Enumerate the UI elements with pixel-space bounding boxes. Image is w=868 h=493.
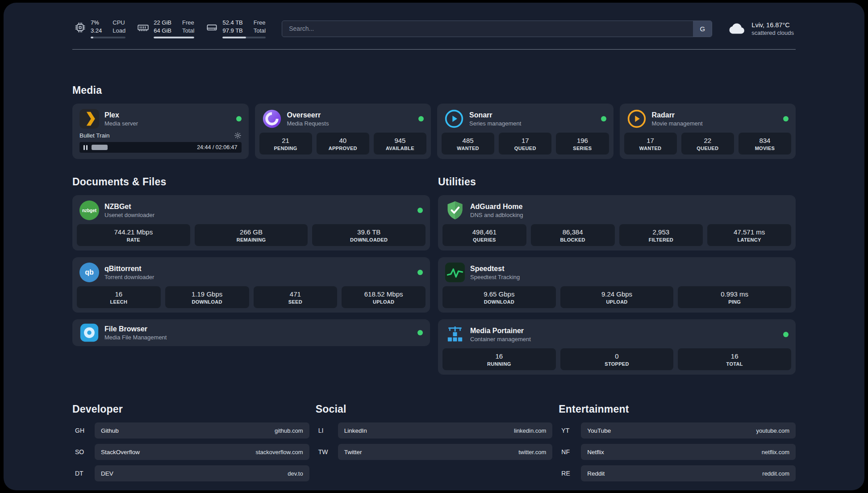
stat-wanted: 17 WANTED — [624, 133, 677, 155]
disk-label-bottom: Total — [254, 27, 266, 34]
bookmark-twitter[interactable]: TW Twitter twitter.com — [316, 444, 553, 460]
stat-value: 9.24 Gbps — [562, 290, 672, 298]
stat-value: 744.21 Mbps — [79, 228, 188, 236]
stat-label: LEECH — [79, 299, 159, 305]
bookmark-name: Twitter — [344, 449, 362, 455]
plex-icon — [79, 109, 99, 129]
bookmark-group-title: Entertainment — [559, 403, 796, 415]
stat-value: 47.571 ms — [709, 228, 789, 236]
weather-location: Lviv, 16.87°C — [751, 21, 794, 29]
disk-widget: 52.4 TB Free 97.9 TB Total — [206, 19, 266, 38]
bookmark-abbr: RE — [559, 470, 578, 477]
app-name: qBittorrent — [104, 265, 154, 273]
stat-value: 40 — [318, 137, 367, 144]
bookmark-url: stackoverflow.com — [255, 449, 303, 455]
stat-label: UPLOAD — [562, 299, 672, 305]
plex-card[interactable]: Plex Media server Bullet Train — [72, 104, 249, 159]
speedtest-card[interactable]: Speedtest Speedtest Tracking 9.65 Gbps D… — [438, 257, 796, 313]
bookmark-url: linkedin.com — [514, 427, 546, 434]
memory-icon — [137, 19, 149, 33]
bookmark-abbr: GH — [72, 427, 92, 434]
stat-value: 16 — [79, 290, 159, 298]
weather-widget: Lviv, 16.87°C scattered clouds — [728, 19, 794, 38]
cpu-load-value: 3.24 — [91, 27, 102, 34]
memory-widget: 22 GiB Free 64 GiB Total — [137, 19, 194, 38]
disk-free-value: 52.4 TB — [222, 19, 242, 26]
media-section: Media Plex Media server — [72, 84, 796, 159]
stat-label: STOPPED — [562, 361, 672, 367]
stat-label: DOWNLOAD — [444, 299, 554, 305]
bookmark-group-title: Developer — [72, 403, 309, 415]
memory-label-top: Free — [182, 19, 194, 26]
cpu-progress-bar — [91, 37, 125, 38]
disk-label-top: Free — [254, 19, 266, 26]
bookmark-dev[interactable]: DT DEV dev.to — [72, 465, 309, 481]
bookmark-stackoverflow[interactable]: SO StackOverflow stackoverflow.com — [72, 444, 309, 460]
cpu-label-bottom: Load — [113, 27, 125, 34]
bookmark-abbr: DT — [72, 470, 92, 477]
sonarr-card[interactable]: Sonarr Series management 485 WANTED 17 Q… — [437, 104, 613, 159]
bookmark-url: youtube.com — [756, 427, 789, 434]
bookmark-youtube[interactable]: YT YouTube youtube.com — [559, 422, 796, 439]
playback-time: 24:44 / 02:06:47 — [197, 144, 237, 150]
filebrowser-card[interactable]: File Browser Media File Management — [72, 319, 430, 346]
search-provider-button[interactable]: G — [693, 21, 712, 37]
app-name: NZBGet — [104, 203, 154, 211]
disk-total-value: 97.9 TB — [222, 27, 242, 34]
stat-value: 16 — [680, 352, 789, 360]
memory-total-value: 64 GiB — [154, 27, 171, 34]
radarr-card[interactable]: Radarr Movie management 17 WANTED 22 QUE… — [620, 104, 796, 159]
plex-now-playing: Bullet Train 24:44 / 02:06:4 — [76, 130, 245, 155]
bookmark-reddit[interactable]: RE Reddit reddit.com — [559, 465, 796, 481]
search-input[interactable] — [282, 21, 693, 37]
stat-rate: 744.21 Mbps RATE — [77, 224, 190, 246]
stat-label: WANTED — [626, 146, 675, 151]
bookmark-netflix[interactable]: NF Netflix netflix.com — [559, 444, 796, 460]
stat-available: 945 AVAILABLE — [374, 133, 426, 155]
memory-free-value: 22 GiB — [154, 19, 171, 26]
bookmark-name: YouTube — [587, 427, 611, 434]
stat-queued: 22 QUEUED — [681, 133, 734, 155]
playback-progress-bar[interactable] — [92, 144, 193, 150]
stat-label: QUERIES — [444, 237, 525, 242]
filebrowser-icon — [79, 323, 99, 343]
stat-label: UPLOAD — [343, 299, 424, 305]
bookmark-github[interactable]: GH Github github.com — [72, 422, 309, 439]
qbittorrent-icon: qb — [79, 263, 99, 282]
adguard-card[interactable]: AdGuard Home DNS and adblocking 498,461 … — [438, 195, 796, 251]
bookmark-group-social: Social LI LinkedIn linkedin.com TW Twitt… — [316, 403, 553, 481]
stat-label: DOWNLOAD — [167, 299, 247, 305]
dashboard: 7% CPU 3.24 Load — [4, 3, 864, 490]
documents-section-title: Documents & Files — [72, 176, 430, 188]
stat-value: 17 — [501, 137, 550, 144]
nzbget-card[interactable]: nzbget NZBGet Usenet downloader 744.21 M… — [72, 195, 430, 251]
memory-progress-bar — [154, 37, 194, 38]
app-description: Usenet downloader — [104, 212, 154, 218]
gear-icon[interactable] — [234, 132, 242, 139]
stat-label: PENDING — [261, 146, 310, 151]
app-description: Media server — [104, 120, 138, 127]
stat-label: QUEUED — [501, 146, 550, 151]
stat-value: 39.6 TB — [314, 228, 424, 236]
stat-value: 945 — [376, 137, 425, 144]
app-name: Radarr — [652, 111, 703, 119]
pause-icon[interactable] — [83, 145, 88, 150]
cpu-icon — [74, 19, 86, 33]
bookmark-abbr: SO — [72, 448, 92, 455]
stat-approved: 40 APPROVED — [317, 133, 369, 155]
stat-value: 498,461 — [444, 228, 525, 236]
cpu-widget: 7% CPU 3.24 Load — [74, 19, 125, 38]
bookmark-url: dev.to — [288, 470, 303, 477]
portainer-card[interactable]: Media Portainer Container management 16 … — [438, 319, 796, 375]
bookmark-linkedin[interactable]: LI LinkedIn linkedin.com — [316, 422, 553, 439]
app-name: Plex — [104, 111, 138, 119]
stat-downloaded: 39.6 TB DOWNLOADED — [312, 224, 426, 246]
overseerr-card[interactable]: Overseerr Media Requests 21 PENDING 40 A… — [255, 104, 431, 159]
stat-download: 1.19 Gbps DOWNLOAD — [165, 286, 249, 308]
stat-upload: 618.52 Mbps UPLOAD — [342, 286, 426, 308]
utilities-section: Utilities — [438, 176, 796, 375]
qbittorrent-card[interactable]: qb qBittorrent Torrent downloader 16 — [72, 257, 430, 313]
stat-stopped: 0 STOPPED — [560, 348, 674, 370]
documents-section: Documents & Files nzbget NZBGet Usenet d… — [72, 176, 430, 375]
stat-value: 16 — [444, 352, 554, 360]
